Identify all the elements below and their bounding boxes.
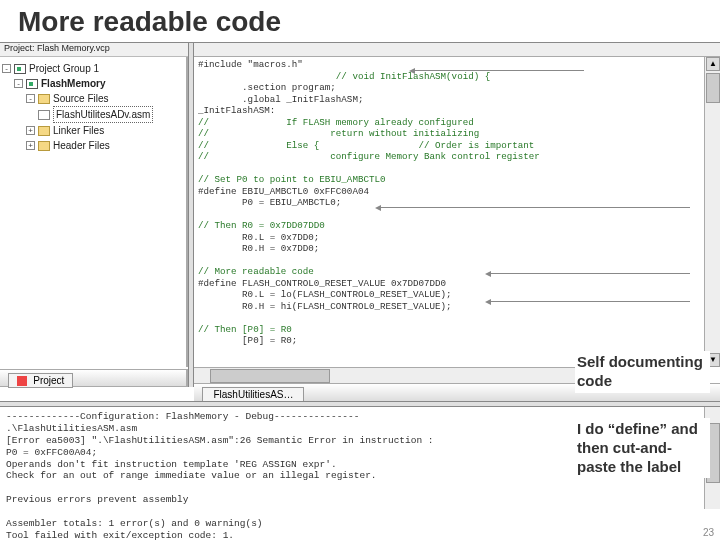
annotation-arrow — [490, 301, 690, 302]
project-tree-panel: - Project Group 1 - FlashMemory - Source… — [0, 57, 188, 367]
tree-folder-header[interactable]: + Header Files — [26, 138, 184, 153]
tree-folder-linker-label: Linker Files — [53, 123, 104, 138]
project-breadcrumb: Project: Flash Memory.vcp — [0, 43, 188, 57]
project-tab-label: Project — [33, 375, 64, 386]
scroll-up-arrow-icon[interactable]: ▲ — [706, 57, 720, 71]
tree-folder-source[interactable]: - Source Files — [26, 91, 184, 106]
file-icon — [38, 110, 50, 120]
tree-file[interactable]: FlashUtilitesADv.asm — [38, 106, 184, 123]
tree-folder-source-label: Source Files — [53, 91, 109, 106]
annotation-arrow — [490, 273, 690, 274]
expand-icon[interactable]: + — [26, 141, 35, 150]
collapse-icon[interactable]: - — [26, 94, 35, 103]
project-tab[interactable]: Project — [8, 373, 73, 388]
editor-file-tab-label: FlashUtilitiesAS… — [213, 389, 293, 400]
folder-icon — [38, 141, 50, 151]
editor-vertical-scrollbar[interactable]: ▲ ▼ — [704, 57, 720, 367]
scroll-thumb[interactable] — [210, 369, 330, 383]
tree-folder-header-label: Header Files — [53, 138, 110, 153]
project-icon — [26, 79, 38, 89]
annotation-arrow — [380, 207, 690, 208]
tree-project[interactable]: - FlashMemory — [14, 76, 184, 91]
tree-root-label: Project Group 1 — [29, 61, 99, 76]
callout-define: I do “define” and then cut-and-paste the… — [575, 418, 710, 478]
slide-title: More readable code — [0, 0, 720, 42]
expand-icon[interactable]: + — [26, 126, 35, 135]
callout-self-documenting: Self documenting code — [575, 351, 710, 393]
tree-file-label: FlashUtilitesADv.asm — [53, 106, 153, 123]
folder-icon — [38, 126, 50, 136]
slide-number: 23 — [703, 527, 714, 538]
code-editor[interactable]: #include "macros.h" // void InitFlashASM… — [194, 57, 704, 367]
editor-gutter-top — [194, 43, 720, 57]
project-tab-icon — [17, 376, 27, 386]
collapse-icon[interactable]: - — [14, 79, 23, 88]
editor-file-tab[interactable]: FlashUtilitiesAS… — [202, 387, 304, 402]
collapse-icon[interactable]: - — [2, 64, 11, 73]
tree-folder-linker[interactable]: + Linker Files — [26, 123, 184, 138]
scroll-thumb[interactable] — [706, 73, 720, 103]
code-text: #include "macros.h" // void InitFlashASM… — [194, 57, 704, 349]
annotation-arrow — [414, 70, 584, 71]
folder-icon — [38, 94, 50, 104]
tree-project-label: FlashMemory — [41, 78, 105, 89]
tree-root[interactable]: - Project Group 1 — [2, 61, 184, 76]
project-group-icon — [14, 64, 26, 74]
project-panel-tabstrip: Project — [0, 369, 188, 387]
